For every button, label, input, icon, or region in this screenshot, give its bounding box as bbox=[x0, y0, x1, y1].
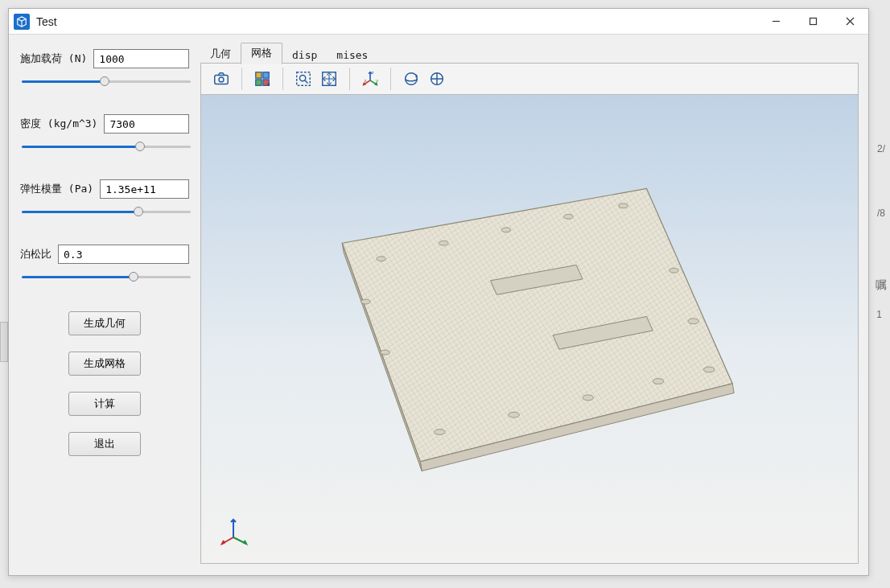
bg-text: 1 bbox=[876, 309, 882, 320]
close-button[interactable] bbox=[831, 9, 868, 35]
modulus-slider[interactable] bbox=[22, 205, 191, 218]
svg-rect-1 bbox=[215, 75, 229, 84]
load-label: 施加载荷 (N) bbox=[20, 51, 87, 66]
modulus-label: 弹性模量 (Pa) bbox=[20, 182, 93, 196]
parameters-panel: 施加载荷 (N) 密度 (kg/m^3) 弹性模量 (Pa) 泊松比 bbox=[20, 44, 189, 564]
bg-text: 2/ bbox=[877, 143, 885, 154]
layout-icon[interactable] bbox=[250, 67, 274, 91]
app-window: Test 施加载荷 (N) 密度 (kg/m^3) bbox=[8, 8, 869, 576]
svg-point-25 bbox=[435, 430, 446, 435]
load-input[interactable] bbox=[93, 49, 189, 68]
svg-point-21 bbox=[439, 241, 448, 245]
bg-text: 嘱 bbox=[876, 278, 887, 293]
density-input[interactable] bbox=[104, 114, 189, 134]
svg-point-22 bbox=[501, 228, 511, 232]
window-title: Test bbox=[36, 15, 57, 28]
viewport-triad-icon bbox=[219, 513, 253, 547]
generate-mesh-button[interactable]: 生成网格 bbox=[68, 352, 141, 376]
minimize-button[interactable] bbox=[757, 9, 794, 35]
svg-point-28 bbox=[653, 379, 664, 384]
svg-point-30 bbox=[688, 319, 699, 324]
load-slider[interactable] bbox=[22, 75, 191, 88]
svg-point-8 bbox=[299, 75, 305, 80]
density-slider[interactable] bbox=[22, 140, 191, 153]
tab-geometry[interactable]: 几何 bbox=[200, 44, 241, 64]
svg-point-20 bbox=[377, 257, 386, 261]
compute-button[interactable]: 计算 bbox=[68, 392, 141, 416]
titlebar[interactable]: Test bbox=[9, 9, 868, 35]
svg-point-33 bbox=[361, 299, 370, 304]
svg-rect-7 bbox=[297, 72, 311, 86]
svg-rect-3 bbox=[256, 72, 262, 78]
generate-geometry-button[interactable]: 生成几何 bbox=[68, 311, 141, 335]
main-panel: 几何 网格 disp mises bbox=[200, 44, 859, 564]
svg-point-24 bbox=[619, 204, 628, 208]
svg-point-27 bbox=[583, 395, 594, 401]
viewport-toolbar: z y x bbox=[200, 63, 859, 95]
orbit-icon[interactable] bbox=[399, 67, 423, 91]
poisson-label: 泊松比 bbox=[20, 247, 52, 261]
svg-rect-5 bbox=[256, 80, 262, 85]
svg-point-32 bbox=[381, 350, 390, 355]
app-icon bbox=[14, 14, 30, 30]
svg-text:z: z bbox=[372, 70, 374, 75]
mesh-plate bbox=[201, 95, 858, 563]
poisson-input[interactable] bbox=[58, 245, 189, 264]
tab-disp[interactable]: disp bbox=[282, 47, 327, 64]
svg-point-13 bbox=[406, 73, 418, 85]
tab-bar: 几何 网格 disp mises bbox=[200, 44, 859, 64]
svg-rect-4 bbox=[263, 72, 269, 78]
bg-text: /8 bbox=[877, 208, 885, 219]
svg-point-23 bbox=[564, 214, 574, 219]
svg-point-26 bbox=[509, 412, 520, 417]
modulus-input[interactable] bbox=[100, 179, 189, 199]
zoom-area-icon[interactable] bbox=[291, 67, 315, 91]
svg-marker-15 bbox=[342, 188, 732, 462]
camera-icon[interactable] bbox=[209, 67, 233, 91]
density-label: 密度 (kg/m^3) bbox=[20, 117, 97, 131]
svg-point-31 bbox=[670, 268, 679, 273]
poisson-slider[interactable] bbox=[22, 270, 191, 283]
viewport-3d[interactable] bbox=[200, 95, 859, 564]
bg-scrollbar bbox=[0, 322, 8, 362]
exit-button[interactable]: 退出 bbox=[68, 432, 141, 456]
maximize-button[interactable] bbox=[794, 9, 831, 35]
svg-text:y: y bbox=[376, 78, 378, 83]
svg-rect-0 bbox=[810, 19, 816, 25]
svg-point-29 bbox=[703, 367, 715, 372]
tab-mises[interactable]: mises bbox=[327, 47, 377, 64]
pan-orbit-icon[interactable] bbox=[425, 67, 449, 91]
svg-point-2 bbox=[219, 77, 224, 82]
fit-extents-icon[interactable] bbox=[317, 67, 341, 91]
svg-text:x: x bbox=[365, 78, 367, 83]
axes-triad-icon[interactable]: z y x bbox=[358, 67, 382, 91]
tab-mesh[interactable]: 网格 bbox=[241, 43, 282, 64]
